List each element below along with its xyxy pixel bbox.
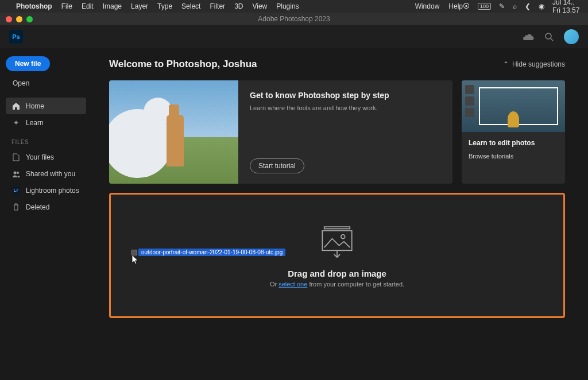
tool-icon[interactable]: ✎ [499, 2, 505, 10]
open-button[interactable]: Open [13, 79, 86, 87]
dragged-file-chip: outdoor-portrait-of-woman-2022-01-19-00-… [131, 249, 285, 256]
menu-view[interactable]: View [252, 2, 267, 10]
learn-title: Learn to edit photos [469, 139, 558, 147]
files-section-label: FILES [11, 139, 86, 145]
minimize-window-button[interactable] [16, 16, 22, 22]
sidebar-item-learn[interactable]: ✦ Learn [6, 114, 86, 131]
sidebar-item-label: Learn [26, 119, 44, 127]
cursor-icon [131, 254, 141, 266]
sidebar-item-shared[interactable]: Shared with you [6, 165, 86, 182]
home-icon [11, 102, 20, 110]
sidebar: New file Open Home ✦ Learn FILES Your fi… [0, 48, 92, 380]
menu-help[interactable]: Help [448, 2, 463, 10]
select-one-link[interactable]: select one [278, 281, 307, 288]
siri-icon[interactable]: ◉ [539, 2, 544, 10]
menu-3d[interactable]: 3D [234, 2, 243, 10]
sidebar-item-label: Your files [26, 153, 54, 161]
menu-edit[interactable]: Edit [82, 2, 94, 10]
svg-point-2 [13, 171, 16, 174]
svg-line-1 [551, 38, 553, 41]
user-avatar[interactable] [564, 29, 579, 44]
tutorial-desc: Learn where the tools are and how they w… [250, 104, 441, 111]
content-area: Welcome to Photoshop, Joshua ⌃ Hide sugg… [92, 48, 588, 380]
spotlight-icon[interactable]: ⌕ [513, 2, 517, 10]
search-icon[interactable] [544, 32, 554, 41]
hide-suggestions-button[interactable]: ⌃ Hide suggestions [503, 60, 565, 68]
start-tutorial-button[interactable]: Start tutorial [250, 158, 304, 173]
dragged-file-name: outdoor-portrait-of-woman-2022-01-19-00-… [138, 249, 285, 256]
menu-window[interactable]: Window [415, 2, 440, 10]
dropzone-subtitle: Or select one from your computer to get … [270, 281, 404, 288]
photoshop-logo-icon: Ps [9, 30, 23, 44]
svg-point-6 [341, 234, 345, 238]
sidebar-item-deleted[interactable]: Deleted [6, 199, 86, 215]
sidebar-item-label: Lightroom photos [26, 187, 79, 195]
app-menu[interactable]: Photoshop [16, 2, 52, 10]
trash-icon [11, 203, 20, 211]
menu-filter[interactable]: Filter [210, 2, 225, 10]
svg-rect-5 [322, 231, 351, 250]
macos-menubar: Photoshop File Edit Image Layer Type Sel… [0, 0, 588, 13]
tutorial-title: Get to know Photoshop step by step [250, 91, 441, 100]
tutorial-thumbnail [109, 80, 238, 184]
close-window-button[interactable] [6, 16, 12, 22]
window-titlebar: Adobe Photoshop 2023 [0, 13, 588, 25]
maximize-window-button[interactable] [26, 16, 33, 22]
browse-tutorials-link[interactable]: Browse tutorials [469, 153, 558, 160]
learn-thumbnail [462, 80, 565, 132]
learn-card[interactable]: Learn to edit photos Browse tutorials [462, 80, 565, 184]
sidebar-item-lightroom[interactable]: Lr Lightroom photos [6, 182, 86, 199]
svg-point-0 [546, 33, 551, 39]
chevron-up-icon: ⌃ [503, 60, 509, 68]
dropzone[interactable]: outdoor-portrait-of-woman-2022-01-19-00-… [109, 193, 565, 318]
svg-point-3 [17, 172, 19, 174]
image-drop-icon [317, 224, 357, 258]
sidebar-item-label: Home [26, 102, 44, 110]
sidebar-item-label: Deleted [26, 203, 49, 211]
window-title: Adobe Photoshop 2023 [258, 15, 330, 23]
lightroom-icon: Lr [11, 186, 20, 195]
menu-plugins[interactable]: Plugins [276, 2, 299, 10]
cloud-icon[interactable] [523, 33, 534, 41]
menu-image[interactable]: Image [103, 2, 122, 10]
control-center-icon[interactable]: ❮ [525, 2, 531, 10]
sidebar-item-label: Shared with you [26, 170, 75, 178]
app-topbar: Ps [0, 25, 588, 48]
welcome-heading: Welcome to Photoshop, Joshua [109, 59, 257, 70]
record-icon[interactable]: ⦿ [463, 2, 470, 10]
file-icon [11, 153, 20, 161]
svg-rect-4 [324, 227, 350, 228]
dropzone-title: Drag and drop an image [288, 269, 386, 278]
menu-layer[interactable]: Layer [131, 2, 148, 10]
sidebar-item-home[interactable]: Home [6, 98, 86, 114]
people-icon [11, 169, 20, 178]
battery-icon[interactable]: 100 [478, 3, 491, 10]
tutorial-card: Get to know Photoshop step by step Learn… [109, 80, 452, 184]
new-file-button[interactable]: New file [6, 56, 50, 71]
menu-select[interactable]: Select [181, 2, 200, 10]
sidebar-item-your-files[interactable]: Your files [6, 149, 86, 165]
learn-icon: ✦ [11, 118, 20, 127]
menu-type[interactable]: Type [157, 2, 172, 10]
menu-file[interactable]: File [61, 2, 72, 10]
